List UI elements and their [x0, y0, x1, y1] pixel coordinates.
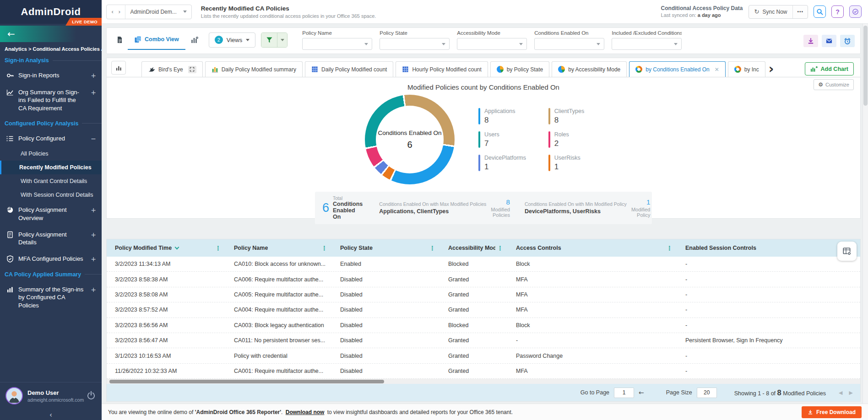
- help-button[interactable]: ?: [831, 5, 844, 18]
- avatar[interactable]: [5, 387, 23, 404]
- summary-total: 6 TotalConditions Enabled On: [315, 196, 372, 220]
- filter-dropdown-button[interactable]: [277, 33, 287, 47]
- sidebar-subitem[interactable]: With Grant Control Details: [0, 174, 102, 188]
- chart-tab[interactable]: by Inc: [728, 61, 765, 77]
- schedule-button[interactable]: [840, 35, 855, 47]
- chart-tab[interactable]: Daily Policy Modified summary: [205, 61, 303, 77]
- add-chart-button[interactable]: Add Chart: [805, 62, 854, 75]
- brand-logo[interactable]: AdminDroid: [21, 6, 81, 18]
- search-button[interactable]: [814, 5, 826, 18]
- sidebar-subitem[interactable]: Recently Modified Policies: [0, 161, 102, 174]
- expander-icon[interactable]: +: [91, 255, 96, 264]
- chart-tab[interactable]: by Policy State: [490, 61, 549, 77]
- nav-back-icon[interactable]: ‹: [111, 8, 114, 15]
- sidebar-item[interactable]: Policy Assignment Details+: [0, 226, 102, 251]
- nav-forward-icon[interactable]: ›: [118, 8, 120, 15]
- legend-item[interactable]: DevicePlatforms1: [478, 155, 544, 172]
- column-menu-icon[interactable]: ⋮: [428, 245, 437, 252]
- column-header[interactable]: Policy State⋮: [332, 239, 440, 257]
- legend-item[interactable]: ClientTypes8: [548, 108, 602, 125]
- column-menu-icon[interactable]: ⋮: [495, 245, 505, 252]
- filter-combobox[interactable]: [380, 38, 450, 50]
- sidebar-item[interactable]: MFA Configured Policies+: [0, 251, 102, 268]
- free-download-button[interactable]: Free Download: [802, 406, 862, 418]
- go-arrow-icon[interactable]: ←: [639, 389, 644, 396]
- legend-item[interactable]: Applications8: [478, 108, 544, 125]
- donut-chart[interactable]: Conditions Enabled On 6: [365, 95, 455, 184]
- filter-combobox[interactable]: [534, 38, 604, 50]
- sidebar-item[interactable]: Sign-in Reports+: [0, 67, 102, 84]
- expander-icon[interactable]: +: [91, 71, 96, 80]
- expander-icon[interactable]: +: [91, 231, 96, 239]
- chart-list-button[interactable]: [111, 61, 126, 75]
- sidebar-item[interactable]: Org Summary on Sign-ins Failed to Fulfil…: [0, 84, 102, 117]
- chart-tab[interactable]: Daily Policy Modified count: [305, 61, 393, 77]
- scrollbar-thumb[interactable]: [109, 380, 384, 383]
- scrollbar-thumb[interactable]: [863, 26, 868, 106]
- chart-tab[interactable]: by Accessibility Mode: [552, 61, 627, 77]
- column-header[interactable]: Policy Modified Time⋮: [107, 239, 226, 257]
- table-row[interactable]: 3/2/2023 8:57:52 AMCA004: Require multif…: [107, 302, 860, 318]
- prev-page-icon[interactable]: ◀: [839, 390, 842, 396]
- filter-combobox[interactable]: [457, 38, 527, 50]
- donut-center-label: Conditions Enabled On: [378, 129, 442, 136]
- table-row[interactable]: 3/1/2023 10:16:53 AMPolicy with credenti…: [107, 348, 860, 363]
- legend-item[interactable]: UserRisks1: [548, 155, 602, 172]
- legend-item[interactable]: Roles2: [548, 131, 602, 148]
- table-row[interactable]: 3/2/2023 8:58:08 AMCA005: Require multif…: [107, 287, 860, 302]
- export-download-button[interactable]: [803, 35, 818, 47]
- table-row[interactable]: 3/2/2023 8:56:56 AMCA003: Block legacy a…: [107, 318, 860, 333]
- email-button[interactable]: [822, 35, 836, 47]
- tab-combo-view[interactable]: Combo View: [128, 30, 185, 50]
- column-header[interactable]: Access Controls⋮: [508, 239, 677, 257]
- sidebar-item[interactable]: Policy Configured−: [0, 130, 102, 147]
- grid-view-button[interactable]: [111, 30, 128, 50]
- column-menu-icon[interactable]: ⋮: [320, 245, 329, 252]
- expander-icon[interactable]: −: [91, 135, 96, 143]
- expander-icon[interactable]: +: [91, 88, 96, 97]
- download-now-link[interactable]: Download now: [286, 409, 325, 415]
- legend-item[interactable]: Users7: [478, 131, 544, 148]
- table-cell: -: [677, 353, 860, 359]
- chart-view-button[interactable]: [185, 30, 204, 50]
- workspace-dropdown[interactable]: AdminDroid Dem...: [125, 9, 191, 15]
- page-number-input[interactable]: [614, 388, 634, 398]
- sidebar-subitem[interactable]: With Session Control Details: [0, 188, 102, 202]
- back-button[interactable]: ←: [0, 26, 102, 42]
- next-page-icon[interactable]: ▶: [849, 390, 853, 396]
- filter-button[interactable]: [261, 33, 277, 47]
- column-settings-button[interactable]: [837, 242, 857, 261]
- table-row[interactable]: 3/2/2023 11:34:13 AMCA010: Block access …: [107, 257, 860, 272]
- sidebar-item[interactable]: Policy Assignment Overview+: [0, 202, 102, 226]
- tabs-scroll-right-icon[interactable]: ›: [769, 63, 774, 75]
- chart-tab[interactable]: Hourly Policy Modified count: [396, 61, 488, 77]
- table-row[interactable]: 3/2/2023 8:58:38 AMCA006: Require multif…: [107, 272, 860, 287]
- filter-combobox[interactable]: [612, 38, 682, 50]
- column-menu-icon[interactable]: ⋮: [665, 245, 674, 252]
- table-row[interactable]: 3/2/2023 8:56:47 AMCA011: No persistent …: [107, 333, 860, 348]
- sync-now-button[interactable]: ↻ Sync Now: [749, 5, 793, 18]
- column-menu-icon[interactable]: ⋮: [213, 245, 223, 252]
- expander-icon[interactable]: +: [91, 206, 96, 215]
- column-header[interactable]: Accessibility Mode⋮: [440, 239, 508, 257]
- views-dropdown-button[interactable]: 2 Views: [209, 32, 255, 48]
- tasks-button[interactable]: [849, 5, 862, 18]
- sort-descending-icon[interactable]: [175, 245, 179, 249]
- column-header[interactable]: Policy Name⋮: [226, 239, 332, 257]
- sidebar-collapse-button[interactable]: ‹: [0, 411, 102, 419]
- table-row[interactable]: 11/26/2022 10:32:33 AMCA001: Require mul…: [107, 364, 860, 379]
- expand-icon[interactable]: [188, 66, 196, 73]
- close-icon[interactable]: ✕: [715, 66, 719, 73]
- more-options-button[interactable]: •••: [792, 5, 808, 18]
- customize-button[interactable]: ⚙ Customize: [814, 79, 854, 90]
- logout-power-icon[interactable]: [86, 391, 96, 401]
- filter-combobox[interactable]: [302, 38, 372, 50]
- chart-tab[interactable]: by Conditions Enabled On✕: [629, 61, 726, 77]
- column-header[interactable]: Enabled Session Controls: [677, 239, 860, 257]
- sidebar-item[interactable]: Summary of the Sign-ins by Configured CA…: [0, 281, 102, 314]
- page-size-input[interactable]: [697, 388, 717, 398]
- sidebar-subitem[interactable]: All Policies: [0, 147, 102, 161]
- chart-tab[interactable]: Bird's Eye: [141, 61, 203, 77]
- sidebar-item-label: Summary of the Sign-ins by Configured CA…: [18, 285, 84, 310]
- expander-icon[interactable]: +: [91, 285, 96, 294]
